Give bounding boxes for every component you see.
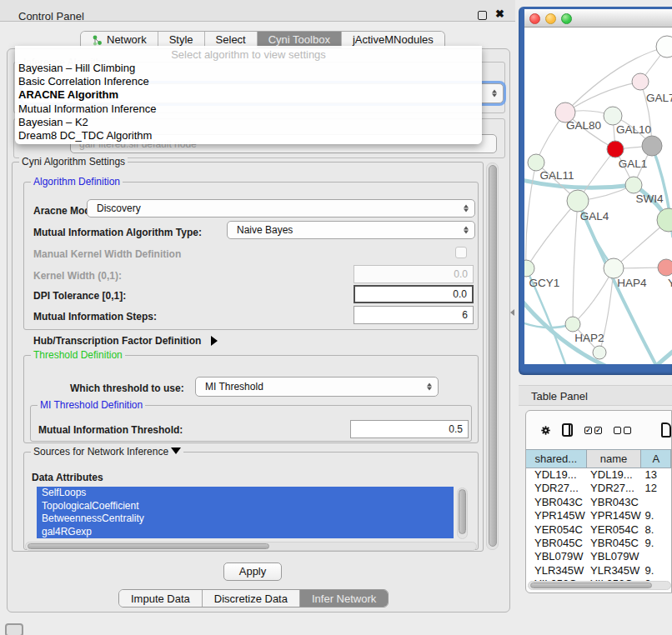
dpi-tolerance-input[interactable]: 0.0 (354, 285, 474, 303)
table-cell: YBL079W (526, 550, 587, 563)
tab-infer-network[interactable]: Infer Network (300, 590, 388, 607)
dropdown-item[interactable]: Bayesian – Hill Climbing (15, 62, 482, 75)
table-row[interactable]: YDL19...YDL19...13 (526, 468, 671, 482)
settings-scrollbar[interactable] (486, 162, 499, 550)
hub-definition-toggle[interactable]: Hub/Transcription Factor Definition (33, 335, 218, 347)
data-attributes-list: SelfLoops TopologicalCoefficient Between… (37, 487, 454, 538)
network-node-hap2[interactable] (565, 317, 580, 332)
node-label: Y (668, 277, 672, 289)
network-node-gal1[interactable] (607, 141, 624, 158)
table-cell: YLR345W (526, 564, 587, 578)
expanded-arrow-icon[interactable] (171, 448, 181, 454)
network-node[interactable] (593, 346, 606, 359)
mi-steps-input[interactable]: 6 (354, 306, 474, 324)
dropdown-item-selected[interactable]: ARACNE Algorithm (15, 88, 482, 102)
tab-impute-data[interactable]: Impute Data (119, 590, 203, 607)
network-node[interactable] (642, 136, 662, 156)
kernel-width-input[interactable]: 0.0 (354, 265, 474, 283)
column-header-clipped[interactable]: A (641, 450, 671, 468)
window-close-button[interactable] (529, 13, 540, 24)
attributes-list-scrollbar[interactable] (457, 488, 468, 539)
table-row[interactable]: YBL079WYBL079W (526, 550, 671, 563)
table-row[interactable]: YPR145WYPR145W9. (526, 509, 671, 522)
unselect-all-columns-icon[interactable] (614, 427, 631, 434)
function-builder-icon[interactable] (661, 422, 671, 438)
minimized-panel-icon[interactable] (5, 623, 23, 635)
table-cell: YBL079W (587, 550, 641, 563)
attribute-item-selected[interactable]: gal4RGexp (37, 526, 454, 539)
network-canvas[interactable]: GAL7GAL80GAL10GAL1SWI4GAL11GAL4GCY1HAP4Y… (524, 28, 672, 364)
network-node-swi4[interactable] (625, 177, 642, 193)
dropdown-item[interactable]: Mutual Information Inference (15, 102, 482, 116)
table-row[interactable]: YBR045CYBR045C9. (526, 537, 671, 550)
mi-algorithm-type-combobox[interactable]: Naive Bayes (227, 221, 475, 239)
table-cell: YLR345W (587, 564, 641, 578)
table-cell: 9. (641, 537, 671, 550)
network-node-y[interactable] (658, 259, 672, 276)
splitter-handle[interactable] (510, 309, 514, 316)
tab-discretize-data[interactable]: Discretize Data (203, 590, 300, 607)
combo-stepper-icon (464, 205, 469, 212)
attribute-item-selected[interactable]: TopologicalCoefficient (37, 500, 454, 513)
table-panel-title: Table Panel (531, 390, 588, 402)
dropdown-item[interactable]: Basic Correlation Inference (15, 75, 482, 88)
combo-stepper-icon (464, 227, 469, 234)
sources-horizontal-scrollbar[interactable] (25, 542, 477, 551)
table-row[interactable]: YLR345WYLR345W9. (526, 564, 671, 578)
attribute-item-selected[interactable]: BetweennessCentrality (37, 512, 454, 526)
node-label: GAL4 (580, 210, 609, 222)
attribute-item-selected[interactable]: SelfLoops (37, 487, 454, 500)
table-horizontal-scrollbar[interactable] (528, 581, 671, 590)
network-edge (526, 162, 536, 268)
aracne-mode-combobox[interactable]: Discovery (87, 199, 475, 218)
network-window-titlebar[interactable] (524, 9, 672, 28)
gear-icon[interactable] (541, 423, 550, 438)
table-cell (641, 550, 671, 563)
network-node-gal4[interactable] (567, 190, 589, 212)
combo-stepper-icon (427, 383, 432, 391)
table-body: YDL19...YDL19...13YDR27...YDR27...12YBR0… (526, 468, 671, 586)
table-header-row: shared... name A (526, 449, 671, 468)
table-cell: 12 (641, 482, 671, 495)
which-threshold-combobox[interactable]: MI Threshold (195, 377, 439, 397)
dpi-tolerance-label: DPI Tolerance [0,1]: (33, 290, 126, 302)
column-header-name[interactable]: name (587, 450, 642, 468)
kernel-width-label: Kernel Width (0,1): (33, 270, 122, 282)
dropdown-item[interactable]: Dream8 DC_TDC Algorithm (15, 129, 482, 142)
algorithm-dropdown-popup: Select algorithm to view settings Bayesi… (15, 46, 482, 144)
table-row[interactable]: YDR27...YDR27...12 (526, 482, 671, 495)
mi-threshold-input[interactable]: 0.5 (350, 420, 469, 438)
table-toolbar: ✓✓ (526, 411, 671, 449)
network-node-hap4[interactable] (604, 258, 624, 278)
table-cell: 9. (641, 564, 671, 578)
table-row[interactable]: YER054CYER054C8. (526, 523, 671, 537)
close-panel-icon[interactable]: ✖ (495, 8, 504, 20)
node-label: GAL80 (566, 119, 601, 132)
table-cell: YBR045C (587, 537, 641, 550)
network-node-gal11[interactable] (528, 154, 544, 171)
table-cell: YDR27... (587, 482, 641, 495)
network-node-gal10[interactable] (604, 107, 622, 125)
network-edge (573, 201, 578, 324)
dropdown-item[interactable]: Bayesian – K2 (15, 116, 482, 129)
network-edge (565, 82, 640, 112)
network-node-gal7[interactable] (632, 73, 649, 90)
mi-type-label: Mutual Information Algorithm Type: (33, 227, 202, 238)
select-all-columns-icon[interactable]: ✓✓ (584, 427, 602, 434)
apply-button[interactable]: Apply (223, 562, 282, 581)
column-browser-icon[interactable] (562, 423, 573, 437)
data-attributes-label: Data Attributes (32, 472, 103, 483)
table-cell: YPR145W (526, 509, 587, 522)
manual-kernel-checkbox[interactable] (455, 247, 467, 258)
window-minimize-button[interactable] (545, 13, 556, 24)
window-zoom-button[interactable] (561, 13, 572, 24)
table-cell: 8. (641, 523, 671, 537)
collapsed-arrow-icon (211, 336, 218, 346)
table-row[interactable]: YBR043CYBR043C (526, 496, 671, 509)
node-label: HAP4 (617, 277, 647, 289)
table-cell: 13 (641, 468, 671, 482)
network-node[interactable] (656, 36, 672, 58)
float-panel-icon[interactable] (478, 11, 487, 20)
network-node-gcy1[interactable] (524, 260, 534, 277)
column-header-shared-name[interactable]: shared... (526, 450, 587, 468)
